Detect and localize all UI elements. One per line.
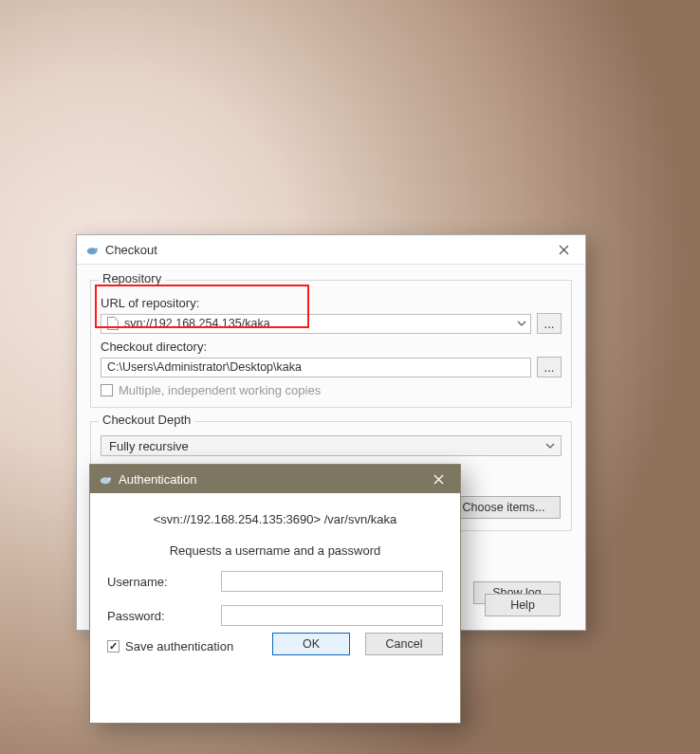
document-icon [107,317,119,330]
dir-label: Checkout directory: [101,340,562,354]
checkout-dir-browse-button[interactable]: ... [537,357,562,377]
multiple-copies-label: Multiple, independent working copies [119,383,321,397]
checkout-title: Checkout [105,243,542,257]
repo-url-value: svn://192.168.254.135/kaka [124,317,270,330]
tortoise-icon [98,471,113,487]
url-label: URL of repository: [101,296,562,310]
auth-target-line: <svn://192.168.254.135:3690> /var/svn/ka… [107,512,443,526]
group-repository: Repository URL of repository: svn://192.… [90,280,572,408]
auth-password-input[interactable] [221,605,443,626]
auth-close-button[interactable] [416,465,460,493]
auth-title: Authentication [119,472,416,487]
depth-combo[interactable]: Fully recursive [101,435,562,456]
repo-url-combo[interactable]: svn://192.168.254.135/kaka [101,314,531,334]
checkout-dir-input[interactable] [101,358,531,377]
chevron-down-icon [545,441,555,451]
auth-username-input[interactable] [221,571,443,592]
checkout-titlebar[interactable]: Checkout [77,235,585,265]
choose-items-button[interactable]: Choose items... [447,496,561,519]
group-depth-legend: Checkout Depth [99,413,194,427]
authentication-dialog: Authentication <svn://192.168.254.135:36… [89,464,461,724]
auth-prompt-line: Requests a username and a password [107,543,443,558]
save-auth-label: Save authentication [125,639,233,653]
multiple-copies-checkbox[interactable] [101,384,113,396]
tortoise-icon [84,242,100,257]
checkout-close-button[interactable] [542,235,585,264]
svg-point-1 [95,248,99,251]
auth-titlebar[interactable]: Authentication [90,465,460,493]
save-auth-checkbox[interactable] [107,640,120,653]
svg-point-5 [108,477,112,481]
checkout-help-button[interactable]: Help [485,594,561,616]
auth-ok-button[interactable]: OK [272,633,350,655]
depth-value: Fully recursive [109,439,189,453]
group-repository-legend: Repository [99,271,165,285]
auth-cancel-button[interactable]: Cancel [365,633,443,655]
repo-url-browse-button[interactable]: ... [537,313,562,334]
chevron-down-icon [517,319,526,328]
auth-username-label: Username: [107,575,221,589]
auth-password-label: Password: [107,609,221,623]
